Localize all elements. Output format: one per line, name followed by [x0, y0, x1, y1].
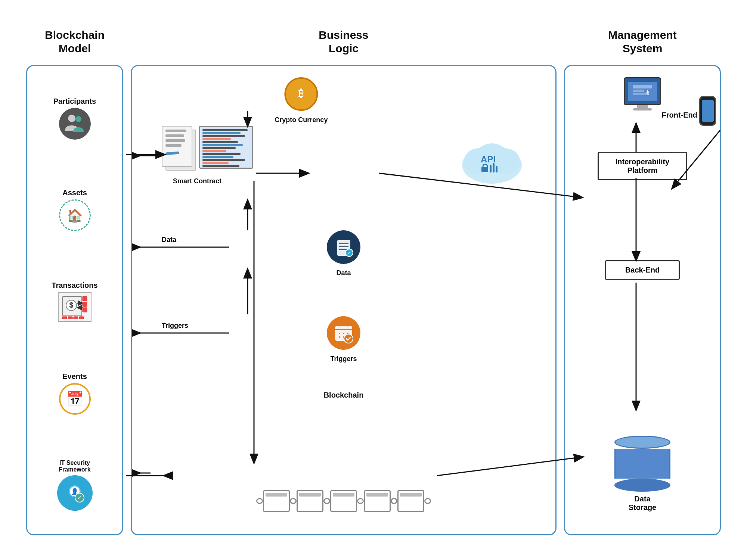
block-group-4: [357, 490, 391, 512]
doc-front: [162, 126, 192, 167]
management-panel: Front-End InteroperabilityPlatform Back-…: [564, 65, 721, 535]
code-line-6: [202, 144, 243, 146]
transactions-label: Transactions: [52, 281, 97, 290]
frontend-group: [624, 77, 661, 111]
code-screen: [199, 126, 253, 169]
block-header-5: [400, 493, 422, 497]
datastorage-label: DataStorage: [629, 495, 656, 512]
code-line-5: [202, 141, 238, 143]
code-line-7: [202, 147, 236, 149]
svg-rect-12: [74, 317, 78, 319]
svg-rect-7: [83, 296, 87, 301]
events-icon: 📅: [59, 383, 91, 415]
crypto-area: ₿ Crypto Currency: [275, 77, 328, 124]
interop-area: InteroperabilityPlatform: [598, 152, 687, 180]
svg-rect-27: [490, 165, 492, 172]
data-text-label: Data: [162, 236, 176, 244]
it-security-svg: 👤 ✓: [63, 481, 87, 505]
management-title: ManagementSystem: [564, 28, 721, 61]
svg-rect-9: [83, 308, 87, 312]
data-arrow-label: Data: [162, 236, 176, 243]
blockchain-chain-label-area: Blockchain: [324, 391, 364, 399]
participants-icon: [59, 108, 91, 140]
frontend-label-area: Front-End: [661, 111, 697, 119]
svg-rect-55: [633, 90, 644, 92]
svg-rect-13: [79, 317, 84, 319]
code-line-12: [202, 162, 229, 164]
transactions-svg: $: [61, 295, 89, 319]
crypto-label: Crypto Currency: [275, 116, 328, 124]
doc-line-4: [165, 144, 182, 147]
svg-point-43: [339, 336, 340, 338]
block-group-3: [323, 490, 357, 512]
chain-link-6: [424, 498, 431, 504]
svg-rect-11: [68, 317, 72, 319]
cylinder-top: [614, 436, 670, 449]
datastorage-area: DataStorage: [614, 436, 670, 512]
svg-point-0: [68, 115, 75, 122]
svg-rect-8: [83, 302, 87, 307]
it-security-item: IT SecurityFramework 👤 ✓: [32, 439, 118, 528]
code-line-10: [202, 156, 233, 158]
chain-link-4: [357, 498, 364, 504]
triggers-text-label: Triggers: [162, 322, 188, 330]
monitor-stand: [637, 105, 648, 108]
doc-signature: [165, 151, 180, 155]
code-line-3: [202, 135, 245, 137]
code-line-11: [202, 159, 245, 161]
block-header-3: [333, 493, 354, 497]
block-1: [263, 490, 290, 512]
svg-point-41: [343, 333, 344, 334]
triggers-svg: [333, 322, 354, 344]
chain-link-5: [391, 498, 397, 504]
doc-line-1: [165, 130, 186, 132]
svg-text:✓: ✓: [77, 495, 82, 501]
participants-label: Participants: [53, 97, 96, 106]
svg-text:$: $: [69, 301, 73, 309]
svg-rect-29: [496, 166, 498, 172]
document-stack: [162, 126, 199, 174]
assets-item: Assets 🏠: [32, 164, 118, 253]
transactions-icon: $: [58, 292, 92, 322]
blockchain-chain-area: [256, 490, 431, 512]
svg-rect-56: [633, 93, 648, 95]
data-group: ✓ Data: [327, 230, 360, 277]
triggers-icon: [327, 316, 360, 350]
monitor-screen: [628, 82, 657, 101]
svg-point-46: [344, 334, 353, 343]
blockchain-section-title: BlockchainModel: [26, 28, 123, 55]
block-header-4: [366, 493, 388, 497]
transactions-item: Transactions $: [32, 255, 118, 345]
smart-contract-area: Smart Contract: [162, 126, 199, 174]
chain-link-2: [290, 498, 297, 504]
block-header-2: [299, 493, 321, 497]
blockchain-panel: Participants Assets 🏠 Transactions: [26, 65, 123, 535]
blockchain-chain-label: Blockchain: [324, 391, 364, 399]
api-cloud-svg: API: [458, 141, 526, 189]
code-line-8: [202, 150, 226, 152]
triggers-group: Triggers: [327, 316, 360, 363]
code-line-13: [202, 165, 239, 167]
block-3: [330, 490, 357, 512]
blockchain-title: BlockchainModel: [26, 28, 123, 61]
code-line-4: [202, 138, 231, 140]
participants-item: Participants: [32, 72, 118, 162]
block-4: [364, 490, 391, 512]
phone-area: [699, 96, 716, 126]
business-panel: ₿ Crypto Currency: [131, 65, 557, 535]
assets-label: Assets: [62, 189, 87, 197]
frontend-area: [624, 77, 661, 111]
svg-rect-10: [62, 317, 67, 319]
frontend-label: Front-End: [661, 111, 697, 119]
business-section-title: BusinessLogic: [131, 28, 557, 55]
block-group-1: [256, 490, 290, 512]
backend-box: Back-End: [605, 260, 680, 280]
it-security-icon: 👤 ✓: [57, 475, 93, 511]
block-group-5: [391, 490, 431, 512]
phone-icon: [699, 96, 716, 126]
svg-rect-28: [493, 163, 495, 172]
monitor-screen-content: [632, 84, 653, 99]
block-2: [297, 490, 323, 512]
management-section-title: ManagementSystem: [564, 28, 721, 55]
it-security-label: IT SecurityFramework: [59, 460, 90, 473]
